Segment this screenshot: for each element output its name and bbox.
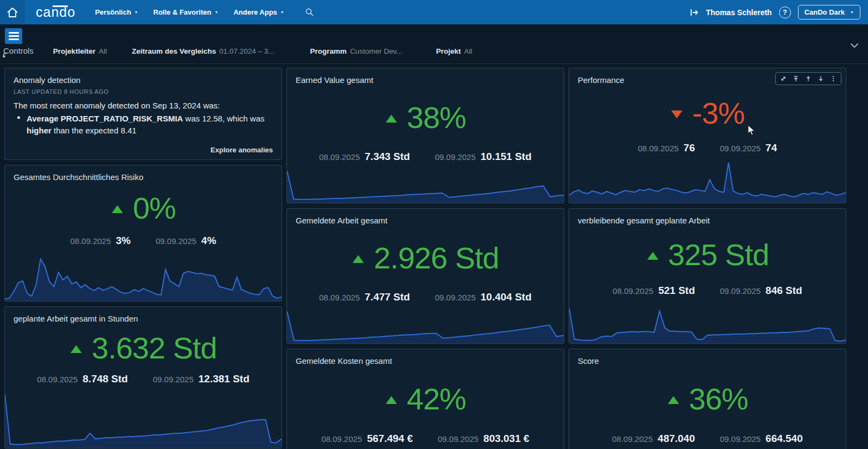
comparison-value: 3% (116, 235, 131, 247)
anomaly-intro-text: The most recent anomaly detected on Sep … (5, 95, 282, 110)
theme-selector-button[interactable]: CanDo Dark▼ (798, 5, 860, 20)
controls-bar: Controls ProjektleiterAll Zeitraum des V… (0, 24, 868, 64)
trend-up-icon: ▲ (382, 393, 401, 406)
card-title: verbleibende gesamt geplante Arbeit (569, 209, 846, 225)
kpi-delta-value: 38% (407, 102, 466, 133)
kpi-headline: ▼-3% (569, 85, 846, 142)
comparison-date: 08.09.2025 (37, 375, 78, 384)
trend-sparkline-chart (569, 161, 846, 203)
comparison-date: 09.09.2025 (435, 152, 476, 162)
date-value-pair: 09.09.2025846 Std (720, 285, 802, 297)
trend-sparkline-chart (569, 303, 846, 343)
filter-label: Programm (310, 47, 347, 55)
kpi-card-reported_work: Gemeldete Arbeit gesamt▲2.926 Std08.09.2… (286, 208, 564, 344)
trend-up-icon: ▲ (67, 342, 86, 355)
kpi-delta-value: 325 Std (668, 240, 769, 270)
expand-icon (780, 75, 787, 82)
date-value-pair: 09.09.20254% (156, 235, 216, 247)
date-value-pair: 08.09.2025567.494 € (321, 433, 413, 445)
kpi-headline: ▲0% (5, 182, 282, 235)
filter-zeitraum[interactable]: Zeitraum des Vergleichs01.07.2024 – 3... (132, 47, 275, 55)
menu-label: Andere Apps (233, 8, 277, 16)
filter-programm[interactable]: ProgrammCustomer Dev... (310, 47, 403, 55)
comparison-date: 09.09.2025 (435, 293, 476, 302)
more-options-button[interactable] (828, 74, 838, 83)
card-title: Anomaly detection (5, 68, 282, 85)
trend-sparkline-chart (5, 392, 282, 448)
comparison-date: 09.09.2025 (156, 236, 196, 246)
comparison-dates-row: 08.09.2025567.494 €09.09.2025803.031 € (287, 433, 564, 445)
app-logo[interactable]: cando (36, 4, 75, 20)
comparison-date: 08.09.2025 (319, 152, 360, 162)
comparison-date: 08.09.2025 (321, 434, 362, 444)
comparison-date: 08.09.2025 (319, 293, 360, 302)
comparison-value: 487.040 (658, 433, 695, 445)
chevron-down-icon: ▼ (214, 10, 218, 14)
logout-button[interactable] (690, 8, 699, 17)
kpi-card-remaining: verbleibende gesamt geplante Arbeit▲325 … (569, 208, 846, 344)
comparison-date: 08.09.2025 (638, 144, 679, 153)
move-down-button[interactable] (816, 74, 826, 83)
nav-menu-rolle-favoriten[interactable]: Rolle & Favoriten▼ (154, 8, 219, 16)
comparison-value: 10.404 Std (481, 291, 532, 303)
comparison-date: 08.09.2025 (612, 434, 653, 444)
search-button[interactable] (305, 0, 314, 24)
trend-down-icon: ▼ (667, 107, 686, 120)
last-updated-label: LAST UPDATED 8 HOURS AGO (5, 85, 282, 95)
move-down-icon (818, 75, 824, 82)
date-value-pair: 09.09.2025664.540 (720, 433, 803, 445)
move-to-top-icon (793, 75, 799, 82)
date-value-pair: 08.09.20257.477 Std (319, 291, 410, 303)
anomaly-bullet-text: was 12.58, which was (183, 114, 264, 123)
chevron-down-icon: ▼ (850, 10, 854, 14)
dashboard-column-left: Anomaly detection LAST UPDATED 8 HOURS A… (4, 68, 282, 449)
dashboard-grid: Anomaly detection LAST UPDATED 8 HOURS A… (0, 64, 868, 449)
comparison-value: 74 (765, 142, 777, 154)
filter-projekt[interactable]: ProjektAll (436, 47, 473, 55)
comparison-value: 4% (201, 235, 216, 247)
help-button[interactable]: ? (779, 7, 791, 18)
kpi-headline: ▲36% (569, 365, 846, 433)
move-to-top-button[interactable] (791, 74, 801, 83)
kpi-headline: ▲38% (287, 85, 564, 151)
expand-button[interactable] (778, 74, 788, 83)
card-title: Gesamtes Durchschnittliches Risiko (5, 165, 282, 182)
nav-menu-andere-apps[interactable]: Andere Apps▼ (233, 8, 284, 16)
comparison-value: 846 Std (765, 285, 802, 297)
comparison-dates-row: 08.09.2025521 Std09.09.2025846 Std (569, 285, 846, 297)
filter-value: All (464, 47, 472, 55)
card-title: Gemeldete Arbeit gesamt (287, 209, 564, 225)
collapse-controls-chevron-icon[interactable] (850, 42, 859, 49)
trend-up-icon: ▲ (643, 248, 662, 262)
date-value-pair: 08.09.202576 (638, 142, 695, 154)
trend-sparkline-chart (287, 169, 564, 203)
filter-value: Customer Dev... (350, 47, 403, 55)
kpi-card-risk: Gesamtes Durchschnittliches Risiko▲0%08.… (4, 165, 282, 302)
controls-menu-button[interactable] (5, 28, 22, 44)
nav-menu-persoenlich[interactable]: Persönlich▼ (95, 8, 138, 16)
date-value-pair: 09.09.202574 (720, 142, 777, 154)
comparison-date: 09.09.2025 (720, 286, 761, 296)
move-up-button[interactable] (803, 74, 813, 83)
explore-anomalies-link[interactable]: Explore anomalies (210, 146, 273, 154)
comparison-value: 521 Std (658, 285, 695, 297)
navbar-right-cluster: Thomas Schlereth ? CanDo Dark▼ (690, 5, 860, 20)
kpi-delta-value: 42% (407, 384, 466, 414)
card-title: geplante Arbeit gesamt in Stunden (5, 307, 282, 323)
filter-projektleiter[interactable]: ProjektleiterAll (53, 47, 107, 55)
filter-label: Projektleiter (53, 47, 95, 55)
comparison-value: 7.343 Std (365, 151, 410, 163)
filters-row: Controls ProjektleiterAll Zeitraum des V… (3, 46, 472, 55)
kpi-card-performance: Performance▼-3%08.09.20257609.09.202574 (569, 68, 846, 203)
kpi-delta-value: 36% (689, 384, 748, 414)
more-options-icon (830, 75, 837, 82)
help-icon: ? (783, 8, 787, 16)
kpi-card-score: Score▲36%08.09.2025487.04009.09.2025664.… (569, 349, 846, 449)
home-button[interactable] (0, 0, 25, 24)
card-toolbar (775, 72, 841, 85)
kpi-headline: ▲2.926 Std (287, 225, 564, 291)
logout-icon (690, 8, 699, 17)
kpi-headline: ▲3.632 Std (5, 323, 282, 373)
comparison-date: 08.09.2025 (70, 236, 111, 246)
comparison-value: 803.031 € (483, 433, 529, 445)
